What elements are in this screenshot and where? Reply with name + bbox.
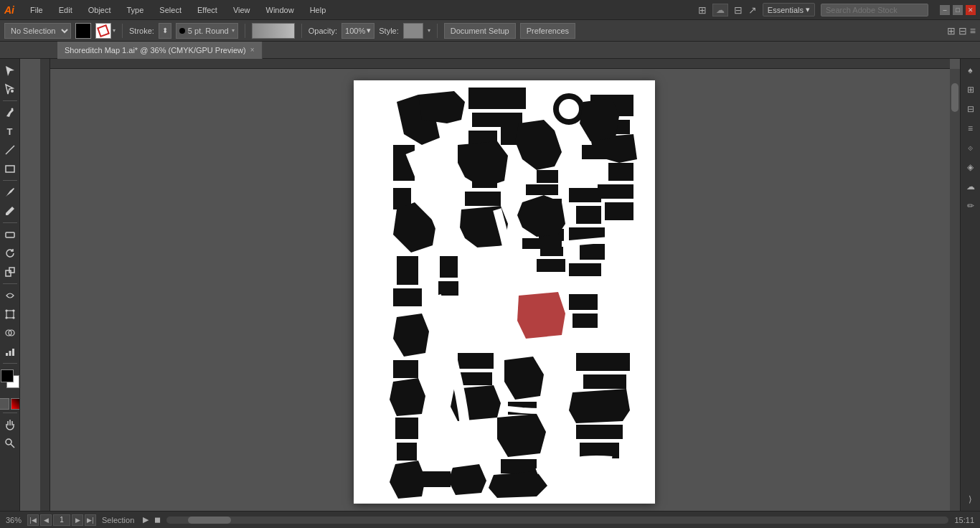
essentials-button[interactable]: Essentials ▾ <box>763 3 815 16</box>
stroke-color-indicator[interactable] <box>95 23 111 39</box>
transform-icon[interactable]: ⟐ <box>962 139 979 156</box>
svg-rect-3 <box>6 166 14 172</box>
left-toolbar: T <box>0 59 20 511</box>
play-icon[interactable]: ▶ <box>143 515 149 524</box>
expand-icon[interactable]: ⟩ <box>962 491 979 508</box>
close-button[interactable]: ✕ <box>966 5 976 15</box>
svg-rect-5 <box>6 270 11 276</box>
brush-selector[interactable]: 5 pt. Round ▾ <box>176 23 238 39</box>
pen-tool[interactable] <box>1 104 19 121</box>
document-tab[interactable]: Shoreditch Map 1.ai* @ 36% (CMYK/GPU Pre… <box>57 42 263 59</box>
svg-point-17 <box>6 439 11 445</box>
arrow-icon[interactable]: ↗ <box>748 4 757 16</box>
free-transform-tool[interactable] <box>1 306 19 323</box>
gradient-icon[interactable] <box>0 398 9 410</box>
no-color-icon[interactable] <box>11 398 21 410</box>
menu-file[interactable]: File <box>27 4 46 16</box>
menu-right: ⊞ ☁ ⊟ ↗ Essentials ▾ – □ ✕ <box>698 3 976 16</box>
distribute-icon[interactable]: ⊟ <box>958 25 967 37</box>
warp-tool[interactable] <box>1 287 19 304</box>
color-mode-row <box>0 398 20 410</box>
prev-page-button[interactable]: ◀ <box>40 514 52 526</box>
menu-effect[interactable]: Effect <box>194 4 220 16</box>
opacity-label: Opacity: <box>308 27 337 35</box>
brush-label: 5 pt. Round <box>188 27 229 35</box>
paintbrush-tool[interactable] <box>1 184 19 201</box>
selection-dropdown[interactable]: No Selection <box>4 23 71 39</box>
assets-icon[interactable]: ⊞ <box>962 81 979 98</box>
window-controls: – □ ✕ <box>940 5 976 15</box>
search-input[interactable] <box>821 4 928 16</box>
foreground-color[interactable] <box>1 369 14 382</box>
type-tool[interactable]: T <box>1 123 19 140</box>
direct-selection-tool[interactable] <box>1 80 19 98</box>
svg-rect-72 <box>576 425 623 439</box>
svg-rect-36 <box>605 202 633 220</box>
tool-separator-6 <box>3 412 17 413</box>
brush-panel-icon[interactable]: ✏ <box>962 197 979 214</box>
hand-tool[interactable] <box>1 416 19 433</box>
opacity-input[interactable]: 100% ▾ <box>341 23 374 39</box>
tool-mode: Selection <box>102 516 134 524</box>
preferences-button[interactable]: Preferences <box>520 23 575 39</box>
svg-line-2 <box>6 146 14 154</box>
libraries-icon[interactable]: ♠ <box>962 62 979 79</box>
align-panel-icon[interactable]: ≡ <box>962 120 979 137</box>
horizontal-scroll-thumb[interactable] <box>188 517 231 524</box>
svg-rect-52 <box>569 263 601 276</box>
fill-color-swatch[interactable] <box>75 23 91 39</box>
next-page-button[interactable]: ▶ <box>72 514 83 526</box>
chevron-down-icon: ▾ <box>806 5 810 14</box>
menu-edit[interactable]: Edit <box>56 4 75 16</box>
menu-help[interactable]: Help <box>307 4 329 16</box>
svg-rect-26 <box>468 131 497 141</box>
properties-icon[interactable]: ⊟ <box>962 100 979 118</box>
status-bar: 36% |◀ ◀ ▶ ▶| Selection ▶ ◼ 15:11 <box>0 511 980 528</box>
eraser-tool[interactable] <box>1 226 19 243</box>
svg-rect-70 <box>583 374 626 389</box>
align-icon[interactable]: ⊞ <box>947 25 956 37</box>
chart-tool[interactable] <box>1 343 19 360</box>
horizontal-scrollbar[interactable] <box>166 517 948 524</box>
rectangle-tool[interactable] <box>1 160 19 177</box>
menu-window[interactable]: Window <box>263 4 297 16</box>
document-setup-button[interactable]: Document Setup <box>444 23 516 39</box>
stroke-spinbox[interactable]: ⬍ <box>159 23 171 39</box>
tab-close-button[interactable]: × <box>250 46 255 54</box>
page-input[interactable] <box>53 514 70 526</box>
menu-select[interactable]: Select <box>156 4 184 16</box>
maximize-button[interactable]: □ <box>953 5 963 15</box>
canvas-scroll[interactable] <box>20 59 960 511</box>
stop-icon[interactable]: ◼ <box>154 515 161 524</box>
svg-rect-35 <box>598 184 633 199</box>
pencil-tool[interactable] <box>1 202 19 220</box>
essentials-label: Essentials <box>768 6 804 14</box>
vertical-scroll-thumb[interactable] <box>951 83 958 112</box>
svg-rect-74 <box>440 256 458 278</box>
menu-type[interactable]: Type <box>124 4 147 16</box>
scale-tool[interactable] <box>1 263 19 280</box>
cloud-icon[interactable]: ☁ <box>712 4 728 16</box>
line-segment-tool[interactable] <box>1 141 19 159</box>
style-swatch[interactable] <box>403 23 423 39</box>
zoom-tool[interactable] <box>1 435 19 452</box>
svg-marker-58 <box>517 292 565 339</box>
grid-icon[interactable]: ⊟ <box>734 4 743 16</box>
menu-icon[interactable]: ≡ <box>970 25 976 37</box>
shape-builder-tool[interactable] <box>1 324 19 341</box>
ruler-vertical <box>40 59 50 511</box>
selection-tool[interactable] <box>1 62 19 79</box>
appearance-icon[interactable]: ◈ <box>962 159 979 176</box>
right-options: ⊞ ⊟ ≡ <box>947 25 976 37</box>
cloud-panel-icon[interactable]: ☁ <box>962 178 979 195</box>
rotate-tool[interactable] <box>1 245 19 262</box>
separator-3 <box>301 24 302 38</box>
first-page-button[interactable]: |◀ <box>27 514 39 526</box>
last-page-button[interactable]: ▶| <box>85 514 96 526</box>
minimize-button[interactable]: – <box>940 5 950 15</box>
menu-object[interactable]: Object <box>85 4 114 16</box>
layout-icon[interactable]: ⊞ <box>698 4 707 16</box>
menu-view[interactable]: View <box>230 4 253 16</box>
vertical-scrollbar[interactable] <box>950 69 960 511</box>
svg-rect-47 <box>526 184 558 195</box>
